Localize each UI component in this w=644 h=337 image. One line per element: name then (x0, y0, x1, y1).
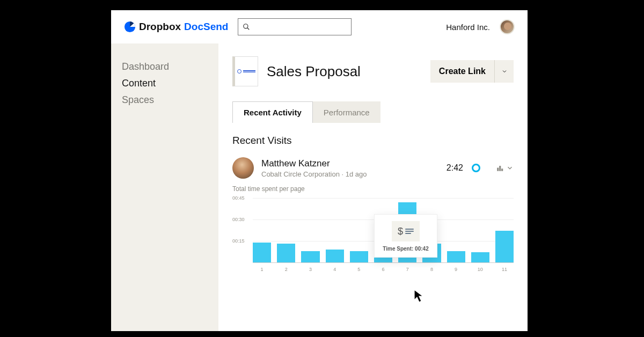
chart-y-tick: 00:15 (232, 238, 245, 244)
brand-name-sub: DocSend (184, 21, 228, 33)
tabs: Recent Activity Performance (232, 101, 514, 123)
visitor-avatar (232, 157, 254, 179)
page-preview-icon: $ (392, 221, 420, 241)
svg-point-1 (244, 24, 248, 28)
chart-x-tick: 6 (374, 267, 392, 272)
app-window: Dropbox DocSend Hanford Inc. Dashboard C… (111, 10, 528, 331)
lines-icon (405, 228, 414, 235)
chart-caption: Total time spent per page (232, 185, 514, 193)
chart-bar[interactable] (301, 251, 319, 262)
tab-performance[interactable]: Performance (313, 101, 380, 123)
chart-x-tick: 7 (398, 267, 416, 272)
chart-bar[interactable] (495, 231, 514, 262)
chart-tooltip: $ Time Spent: 00:42 (374, 214, 437, 258)
chart-x-axis: 1234567891011 (253, 267, 514, 272)
account-name[interactable]: Hanford Inc. (446, 23, 490, 32)
create-link-button[interactable]: Create Link (430, 60, 514, 83)
tooltip-label: Time Spent: 00:42 (383, 246, 428, 252)
chevron-down-icon (501, 68, 508, 75)
dollar-icon: $ (398, 226, 403, 237)
svg-rect-4 (500, 166, 501, 171)
create-link-dropdown[interactable] (494, 60, 514, 83)
avatar[interactable] (500, 19, 515, 34)
chart-y-tick: 00:45 (232, 195, 245, 201)
chart: 00:4500:3000:15 1234567891011 (232, 198, 514, 289)
chart-bar[interactable] (350, 251, 368, 262)
chart-bar[interactable] (326, 250, 344, 262)
chart-x-tick: 3 (301, 267, 319, 272)
page-title: Sales Proposal (267, 63, 422, 80)
chart-y-tick: 00:30 (232, 217, 245, 222)
sidebar: Dashboard Content Spaces (111, 43, 218, 331)
chart-x-tick: 9 (447, 267, 465, 272)
header: Dropbox DocSend Hanford Inc. (111, 10, 528, 43)
visit-actions[interactable] (496, 164, 514, 172)
svg-line-2 (247, 28, 250, 30)
section-title-recent-visits: Recent Visits (232, 135, 514, 146)
search-icon (243, 23, 250, 31)
bar-chart-icon (496, 164, 504, 172)
visitor-name: Matthew Katzner (261, 158, 439, 169)
chart-x-tick: 4 (326, 267, 344, 272)
chart-x-tick: 5 (350, 267, 368, 272)
brand-logo[interactable]: Dropbox DocSend (124, 21, 228, 33)
visit-duration: 2:42 (447, 163, 463, 173)
search-input[interactable] (238, 18, 352, 35)
chart-x-tick: 10 (471, 267, 489, 272)
visit-row[interactable]: Matthew Katzner Cobalt Circle Corporatio… (232, 157, 514, 179)
cursor-icon (414, 289, 425, 305)
svg-rect-3 (497, 168, 499, 171)
chart-bar[interactable] (277, 244, 295, 262)
sidebar-item-dashboard[interactable]: Dashboard (122, 58, 208, 75)
sidebar-item-content[interactable]: Content (122, 75, 208, 92)
chart-y-axis: 00:4500:3000:15 (232, 198, 252, 262)
title-bar: Sales Proposal Create Link (232, 56, 514, 86)
sidebar-item-spaces[interactable]: Spaces (122, 92, 208, 108)
chart-x-tick: 1 (253, 267, 271, 272)
visitor-subline: Cobalt Circle Corporation · 1d ago (261, 170, 439, 178)
chart-x-tick: 8 (422, 267, 441, 272)
chart-x-tick: 2 (277, 267, 295, 272)
chart-x-tick: 11 (495, 267, 514, 272)
document-thumbnail[interactable] (232, 56, 258, 86)
dropbox-docsend-logo-icon (124, 21, 136, 33)
brand-name-main: Dropbox (139, 21, 181, 33)
main-content: Sales Proposal Create Link Recent Activi… (218, 43, 528, 331)
chart-bar[interactable] (471, 252, 489, 262)
chart-bar[interactable] (447, 251, 465, 262)
visit-status-indicator-icon (472, 164, 480, 172)
create-link-label: Create Link (430, 67, 494, 76)
visitor-info: Matthew Katzner Cobalt Circle Corporatio… (261, 158, 439, 178)
chart-bar[interactable] (253, 243, 271, 262)
chevron-down-icon (506, 164, 514, 172)
svg-rect-5 (502, 169, 503, 171)
tab-recent-activity[interactable]: Recent Activity (232, 101, 313, 123)
